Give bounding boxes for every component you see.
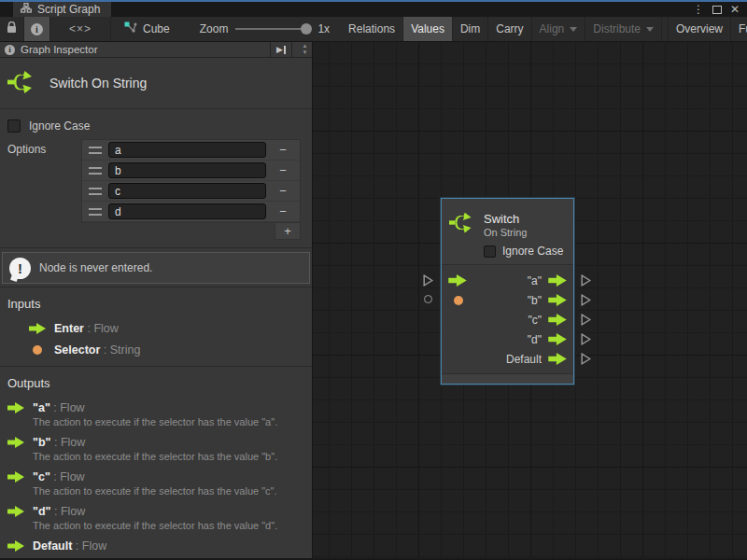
dock-panel-button[interactable]: ▶ [270, 42, 292, 57]
maximize-icon[interactable] [712, 6, 722, 14]
remove-option-button[interactable]: − [270, 184, 296, 198]
outputs-list: "a" : Flow The action to execute if the … [7, 401, 304, 553]
dock-bar-icon [284, 46, 286, 54]
code-preview-button[interactable]: <×> [50, 17, 111, 41]
tab-script-graph[interactable]: Script Graph [13, 2, 111, 17]
toolbar-button[interactable]: Overview [668, 17, 731, 41]
zoom-slider[interactable] [235, 28, 310, 30]
code-view-icon: <×> [69, 22, 92, 35]
toolbar-button[interactable]: Dim [453, 17, 488, 41]
option-row: − [82, 161, 300, 181]
node-port-row: "c" [442, 310, 573, 329]
scroll-down-icon[interactable]: ▼ [303, 49, 308, 56]
flow-output-port-icon[interactable] [548, 274, 567, 287]
port-label: "a" [528, 274, 542, 287]
flow-output-port-icon[interactable] [548, 314, 567, 326]
toolbar-button[interactable]: Values [403, 17, 453, 41]
flow-output-port-icon[interactable] [548, 333, 567, 345]
flow-connection-stub-icon[interactable] [581, 333, 591, 348]
window-menu-icon[interactable]: ⋮ [693, 3, 704, 16]
panel-scrollbar[interactable]: ▲ ▼ [298, 42, 312, 57]
node-port-row: "a" [442, 271, 573, 290]
node-ignore-case-checkbox[interactable] [484, 245, 496, 258]
output-port-row: "c" : Flow [7, 470, 304, 483]
option-value-input[interactable] [108, 142, 266, 158]
toolbar-button[interactable]: Distribute [585, 17, 662, 41]
info-icon: i [5, 45, 15, 55]
node-title: Switch [484, 212, 527, 226]
inspector-toggle-button[interactable]: i [24, 17, 50, 41]
flow-output-port-icon[interactable] [548, 353, 567, 365]
tab-label: Script Graph [37, 3, 100, 16]
unit-title-section: Switch On String [0, 58, 312, 109]
input-port-row: Selector : String [7, 343, 304, 357]
option-value-input[interactable] [108, 203, 266, 219]
port-label: Default [506, 353, 542, 366]
flow-output-port-icon[interactable] [548, 294, 567, 306]
flow-input-port-icon[interactable] [448, 274, 467, 287]
graph-reference-button[interactable]: Cube [111, 17, 183, 41]
remove-option-button[interactable]: − [270, 204, 296, 218]
option-row: − [82, 140, 300, 161]
toolbar-button[interactable]: Align [532, 17, 586, 41]
port-description: The action to execute if the selector ha… [33, 451, 304, 462]
drag-handle-icon[interactable] [89, 188, 102, 195]
node-ignore-case-label: Ignore Case [502, 245, 563, 258]
zoom-slider-handle[interactable] [301, 23, 312, 35]
port-label: "d" [528, 333, 542, 346]
toolbar-button[interactable]: Full Screen [731, 17, 747, 41]
node-footer [442, 373, 573, 384]
ignore-case-label: Ignore Case [29, 119, 90, 133]
port-description: The action to execute if the selector ha… [33, 485, 304, 497]
flow-port-icon [29, 323, 46, 334]
toolbar-button[interactable]: Relations [341, 17, 403, 41]
options-label: Options [7, 139, 81, 240]
outputs-header: Outputs [7, 376, 304, 390]
output-port-row: "d" : Flow [7, 505, 304, 518]
toolbar-buttons: Relations Values Dim Carry Align [341, 17, 747, 41]
option-value-input[interactable] [108, 183, 266, 199]
node-port-row: "d" [442, 329, 573, 349]
flow-port-icon [7, 437, 24, 448]
port-description: The action to execute if the selector ha… [33, 520, 304, 531]
inputs-header: Inputs [7, 297, 304, 311]
flow-connection-stub-icon[interactable] [423, 274, 433, 289]
port-label: "c" [528, 314, 542, 327]
switch-on-string-icon [7, 67, 37, 100]
value-input-port-icon[interactable] [454, 296, 463, 305]
lock-button[interactable] [0, 17, 24, 41]
add-option-button[interactable]: + [275, 223, 301, 240]
close-icon[interactable]: ✕ [730, 3, 740, 16]
graph-ref-label: Cube [143, 22, 170, 35]
zoom-value: 1x [317, 22, 330, 35]
inputs-section: Inputs Enter : Flow [0, 287, 312, 367]
remove-option-button[interactable]: − [270, 163, 296, 177]
toolbar-button[interactable]: Carry [488, 17, 531, 41]
value-port-icon [33, 345, 42, 355]
option-row: − [82, 181, 300, 202]
drag-handle-icon[interactable] [89, 147, 102, 154]
options-list: − − − [81, 139, 301, 223]
output-port-row: "b" : Flow [7, 436, 304, 449]
drag-handle-icon[interactable] [89, 208, 102, 216]
flow-connection-stub-icon[interactable] [581, 353, 591, 368]
chevron-down-icon [570, 27, 577, 32]
node-header[interactable]: Switch On String Ignore Case [442, 199, 573, 264]
switch-on-string-icon [449, 209, 476, 240]
flow-connection-stub-icon[interactable] [581, 294, 591, 309]
drag-handle-icon[interactable] [89, 167, 102, 175]
switch-on-string-node[interactable]: Switch On String Ignore Case [441, 198, 574, 385]
flow-connection-stub-icon[interactable] [581, 314, 591, 329]
output-port-row: Default : Flow [7, 539, 304, 553]
option-value-input[interactable] [108, 162, 266, 178]
value-connection-stub-icon[interactable] [424, 295, 432, 303]
option-row: − [82, 202, 300, 222]
graph-canvas[interactable]: Switch On String Ignore Case [313, 42, 747, 558]
flow-port-icon [7, 506, 24, 517]
flow-connection-stub-icon[interactable] [581, 274, 591, 289]
remove-option-button[interactable]: − [270, 143, 296, 157]
ignore-case-checkbox[interactable] [7, 119, 21, 133]
scroll-up-icon[interactable]: ▲ [303, 43, 308, 49]
unit-settings-section: Ignore Case Options − [0, 109, 312, 248]
dock-triangle-icon: ▶ [276, 45, 283, 54]
